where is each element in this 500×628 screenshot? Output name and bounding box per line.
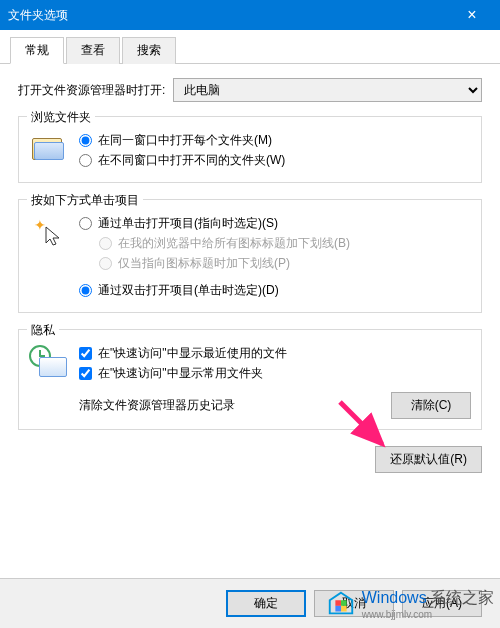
tab-row: 常规 查看 搜索 bbox=[0, 30, 500, 64]
radio-underline-all: 在我的浏览器中给所有图标标题加下划线(B) bbox=[99, 235, 471, 252]
close-icon[interactable]: × bbox=[452, 6, 492, 24]
tab-general[interactable]: 常规 bbox=[10, 37, 64, 64]
checkbox-recent[interactable]: 在"快速访问"中显示最近使用的文件 bbox=[79, 345, 471, 362]
privacy-legend: 隐私 bbox=[27, 322, 59, 339]
clear-label: 清除文件资源管理器历史记录 bbox=[79, 397, 391, 414]
checkbox-recent-input[interactable] bbox=[79, 347, 92, 360]
radio-single-click[interactable]: 通过单击打开项目(指向时选定)(S) bbox=[79, 215, 471, 232]
ok-button[interactable]: 确定 bbox=[226, 590, 306, 617]
checkbox-frequent[interactable]: 在"快速访问"中显示常用文件夹 bbox=[79, 365, 471, 382]
privacy-icon bbox=[29, 342, 69, 382]
tab-content: 打开文件资源管理器时打开: 此电脑 浏览文件夹 在同一窗口中打开每个文件夹(M)… bbox=[0, 64, 500, 430]
browse-folder-icon bbox=[29, 129, 69, 169]
clear-button[interactable]: 清除(C) bbox=[391, 392, 471, 419]
radio-double-click-input[interactable] bbox=[79, 284, 92, 297]
radio-double-click[interactable]: 通过双击打开项目(单击时选定)(D) bbox=[79, 282, 471, 299]
titlebar: 文件夹选项 × bbox=[0, 0, 500, 30]
radio-same-window[interactable]: 在同一窗口中打开每个文件夹(M) bbox=[79, 132, 471, 149]
dialog-footer: 确定 取消 应用(A) bbox=[0, 578, 500, 628]
restore-row: 还原默认值(R) bbox=[0, 446, 500, 485]
radio-underline-point: 仅当指向图标标题时加下划线(P) bbox=[99, 255, 471, 272]
window-title: 文件夹选项 bbox=[8, 7, 452, 24]
radio-new-window[interactable]: 在不同窗口中打开不同的文件夹(W) bbox=[79, 152, 471, 169]
radio-underline-point-input bbox=[99, 257, 112, 270]
clear-row: 清除文件资源管理器历史记录 清除(C) bbox=[79, 392, 471, 419]
click-icon bbox=[29, 212, 69, 252]
open-with-row: 打开文件资源管理器时打开: 此电脑 bbox=[18, 78, 482, 102]
radio-underline-all-input bbox=[99, 237, 112, 250]
privacy-group: 隐私 在"快速访问"中显示最近使用的文件 在"快速访问"中显示常用文件夹 清除文… bbox=[18, 329, 482, 430]
radio-new-window-input[interactable] bbox=[79, 154, 92, 167]
browse-group: 浏览文件夹 在同一窗口中打开每个文件夹(M) 在不同窗口中打开不同的文件夹(W) bbox=[18, 116, 482, 183]
radio-same-window-input[interactable] bbox=[79, 134, 92, 147]
open-with-label: 打开文件资源管理器时打开: bbox=[18, 82, 165, 99]
tab-view[interactable]: 查看 bbox=[66, 37, 120, 64]
click-legend: 按如下方式单击项目 bbox=[27, 192, 143, 209]
click-group: 按如下方式单击项目 通过单击打开项目(指向时选定)(S) 在我的浏览器中给所有图… bbox=[18, 199, 482, 313]
restore-defaults-button[interactable]: 还原默认值(R) bbox=[375, 446, 482, 473]
open-with-select[interactable]: 此电脑 bbox=[173, 78, 482, 102]
checkbox-frequent-input[interactable] bbox=[79, 367, 92, 380]
apply-button[interactable]: 应用(A) bbox=[402, 590, 482, 617]
cancel-button[interactable]: 取消 bbox=[314, 590, 394, 617]
tab-search[interactable]: 搜索 bbox=[122, 37, 176, 64]
radio-single-click-input[interactable] bbox=[79, 217, 92, 230]
browse-legend: 浏览文件夹 bbox=[27, 109, 95, 126]
